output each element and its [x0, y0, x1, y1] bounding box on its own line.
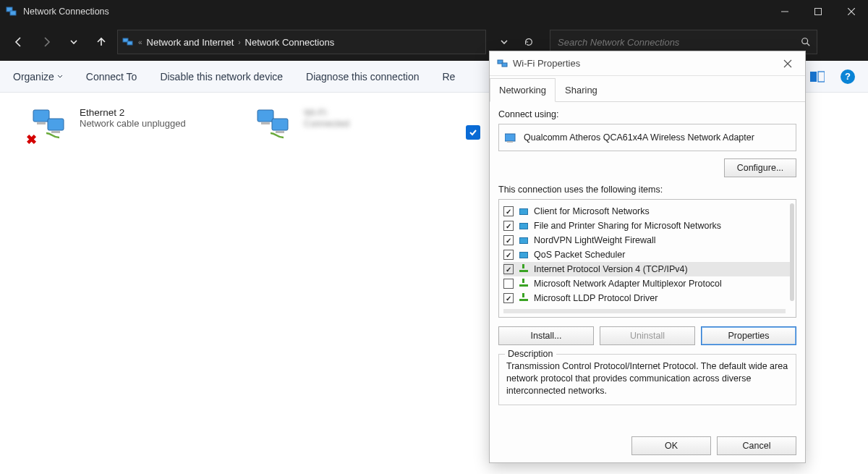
protocol-label: Internet Protocol Version 4 (TCP/IPv4) — [534, 264, 688, 274]
vertical-scrollbar[interactable] — [790, 203, 794, 301]
description-group: Description Transmission Control Protoco… — [498, 354, 796, 405]
svg-rect-17 — [261, 122, 270, 124]
svg-point-8 — [802, 38, 808, 44]
adapter-selected-checkbox[interactable] — [466, 125, 480, 140]
protocol-checkbox[interactable] — [503, 250, 514, 260]
refresh-button[interactable] — [518, 31, 540, 53]
svg-rect-19 — [276, 131, 284, 133]
svg-rect-1 — [10, 11, 16, 15]
items-label: This connection uses the following items… — [498, 185, 796, 195]
selection-highlight — [461, 93, 486, 151]
protocol-label: NordVPN LightWeight Firewall — [534, 235, 656, 245]
protocol-checkbox[interactable] — [503, 235, 514, 245]
uninstall-button[interactable]: Uninstall — [600, 326, 695, 345]
protocol-checkbox[interactable] — [503, 221, 514, 231]
protocol-checkbox[interactable] — [503, 279, 514, 289]
adapter-name: Ethernet 2 — [80, 107, 186, 118]
organize-label: Organize — [13, 71, 54, 82]
network-adapter-icon — [255, 107, 295, 145]
protocol-label: Client for Microsoft Networks — [534, 206, 650, 216]
breadcrumb-category[interactable]: Network and Internet — [147, 37, 234, 48]
close-button[interactable] — [835, 0, 868, 23]
adapter-name-value: Qualcomm Atheros QCA61x4A Wireless Netwo… — [524, 132, 754, 143]
connect-using-label: Connect using: — [498, 109, 796, 119]
tab-sharing[interactable]: Sharing — [556, 78, 607, 102]
service-icon — [518, 221, 529, 231]
tab-networking[interactable]: Networking — [490, 78, 556, 102]
search-icon — [801, 37, 811, 47]
wifi-properties-dialog: Wi-Fi Properties Networking Sharing Conn… — [489, 51, 806, 463]
window-title: Network Connections — [23, 7, 109, 17]
protocol-icon — [518, 279, 529, 289]
properties-button[interactable]: Properties — [701, 326, 796, 345]
forward-button[interactable] — [35, 30, 58, 54]
connect-to-button[interactable]: Connect To — [86, 71, 137, 82]
svg-rect-24 — [505, 134, 515, 141]
diagnose-button[interactable]: Diagnose this connection — [306, 71, 419, 82]
maximize-button[interactable] — [801, 0, 835, 23]
chevron-down-icon — [57, 74, 63, 80]
search-input[interactable] — [556, 36, 801, 48]
protocol-checkbox[interactable] — [503, 293, 514, 303]
svg-rect-25 — [507, 141, 513, 143]
protocol-item[interactable]: NordVPN LightWeight Firewall — [503, 233, 793, 247]
svg-rect-11 — [818, 72, 825, 82]
app-icon — [6, 6, 17, 17]
protocol-item[interactable]: Internet Protocol Version 4 (TCP/IPv4) — [503, 262, 793, 276]
address-dropdown-button[interactable] — [493, 31, 515, 53]
help-button[interactable]: ? — [841, 69, 855, 84]
dialog-tabstrip: Networking Sharing — [490, 76, 805, 102]
network-adapter-icon: ✖ — [30, 107, 71, 145]
description-text: Transmission Control Protocol/Internet P… — [506, 360, 788, 397]
horizontal-scrollbar[interactable] — [503, 309, 786, 313]
chevron-left-icon: « — [138, 38, 142, 46]
svg-rect-12 — [33, 110, 49, 122]
protocol-item[interactable]: Microsoft Network Adapter Multiplexor Pr… — [503, 276, 793, 291]
protocol-item[interactable]: Microsoft LLDP Protocol Driver — [503, 291, 793, 305]
dialog-icon — [497, 58, 509, 69]
minimize-button[interactable] — [768, 0, 801, 23]
protocol-checkbox[interactable] — [503, 264, 514, 274]
adapter-ethernet[interactable]: ✖ Ethernet 2 Network cable unplugged — [30, 107, 233, 145]
recent-locations-button[interactable] — [62, 30, 85, 54]
cancel-button[interactable]: Cancel — [717, 436, 796, 455]
adapter-field: Qualcomm Atheros QCA61x4A Wireless Netwo… — [498, 124, 796, 151]
organize-button[interactable]: Organize — [13, 71, 63, 82]
protocol-icon — [518, 293, 529, 303]
rename-button-truncated[interactable]: Re — [442, 71, 455, 82]
breadcrumb-page[interactable]: Network Connections — [245, 37, 335, 48]
back-button[interactable] — [7, 30, 30, 54]
address-icon — [122, 36, 134, 48]
protocol-item[interactable]: Client for Microsoft Networks — [503, 204, 793, 219]
protocol-checkbox[interactable] — [503, 206, 514, 216]
nic-icon — [505, 132, 518, 143]
protocol-label: File and Printer Sharing for Microsoft N… — [534, 221, 721, 231]
svg-rect-16 — [258, 110, 273, 122]
adapter-wifi[interactable]: Wi-Fi Connected — [255, 107, 457, 145]
configure-button[interactable]: Configure... — [724, 158, 796, 177]
ok-button[interactable]: OK — [631, 436, 711, 455]
error-x-icon: ✖ — [26, 132, 37, 148]
adapter-status: Connected — [304, 118, 349, 129]
window-titlebar: Network Connections — [0, 0, 868, 23]
address-bar[interactable]: « Network and Internet › Network Connect… — [117, 30, 486, 54]
protocol-label: Microsoft Network Adapter Multiplexor Pr… — [534, 279, 722, 289]
install-button[interactable]: Install... — [498, 326, 594, 345]
svg-rect-21 — [502, 63, 507, 67]
protocol-item[interactable]: File and Printer Sharing for Microsoft N… — [503, 219, 793, 233]
up-button[interactable] — [90, 30, 113, 54]
protocol-list[interactable]: Client for Microsoft NetworksFile and Pr… — [498, 199, 796, 318]
service-icon — [518, 250, 529, 260]
service-icon — [518, 235, 529, 245]
disable-device-button[interactable]: Disable this network device — [160, 71, 283, 82]
dialog-close-button[interactable] — [778, 54, 798, 74]
dialog-title: Wi-Fi Properties — [513, 58, 580, 69]
svg-rect-10 — [810, 72, 817, 82]
svg-rect-14 — [48, 119, 64, 130]
protocol-label: QoS Packet Scheduler — [534, 250, 625, 260]
svg-line-9 — [807, 43, 810, 46]
svg-rect-15 — [51, 131, 60, 133]
protocol-item[interactable]: QoS Packet Scheduler — [503, 247, 793, 262]
view-layout-button[interactable] — [810, 71, 825, 82]
description-heading: Description — [505, 349, 556, 359]
